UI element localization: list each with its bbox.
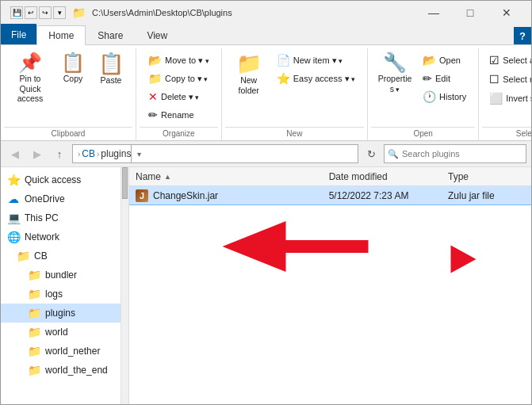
sidebar-world-end-label: world_the_end: [45, 365, 108, 376]
close-button[interactable]: ✕: [488, 1, 525, 25]
col-header-date[interactable]: Date modified: [323, 167, 442, 185]
back-button[interactable]: ◀: [6, 144, 25, 163]
open-button[interactable]: 📂 Open: [419, 52, 470, 69]
new-item-icon: 📄: [277, 54, 290, 67]
sidebar-item-this-pc[interactable]: 💻 This PC: [1, 208, 121, 227]
pin-quick-access-button[interactable]: 📌 Pin to Quick access: [7, 50, 53, 107]
file-date: 5/12/2022 7:23 AM: [329, 190, 409, 201]
this-pc-icon: 💻: [7, 212, 20, 224]
easy-access-button[interactable]: ⭐ Easy access ▾: [273, 70, 359, 87]
sidebar-item-cb[interactable]: 📁 CB: [1, 246, 121, 266]
edit-button[interactable]: ✏ Edit: [419, 70, 470, 87]
redo-btn[interactable]: ↪: [39, 6, 52, 19]
sidebar-item-world-the-end[interactable]: 📁 world_the_end: [1, 361, 121, 380]
title-bar: 💾 ↩ ↪ ▾ 📁 C:\Users\Admin\Desktop\CB\plug…: [1, 1, 531, 25]
organize-label: Organize: [140, 127, 218, 140]
select-label: Select: [482, 127, 532, 140]
world-icon: 📁: [28, 326, 40, 338]
maximize-button[interactable]: □: [452, 1, 488, 25]
copy-to-button[interactable]: 📁 Copy to ▾: [144, 70, 213, 87]
address-bar[interactable]: › CB › plugins ▾: [72, 144, 358, 163]
sidebar-scrollbar[interactable]: [121, 167, 128, 405]
copy-to-icon: 📁: [148, 72, 162, 85]
address-chevron[interactable]: ▾: [131, 144, 147, 163]
history-icon: 🕐: [423, 90, 436, 103]
open-label: Open: [371, 127, 475, 140]
paste-button[interactable]: 📋 Paste: [93, 50, 129, 94]
file-list-content: J ChangeSkin.jar 5/12/2022 7:23 AM Zulu …: [129, 186, 531, 205]
new-sm-group: 📄 New item ▾ ⭐ Easy access ▾: [271, 50, 361, 89]
sidebar-item-world[interactable]: 📁 world: [1, 323, 121, 342]
title-bar-left: 💾 ↩ ↪ ▾ 📁 C:\Users\Admin\Desktop\CB\plug…: [7, 6, 232, 19]
tab-share[interactable]: Share: [86, 25, 135, 44]
delete-label: Delete ▾: [161, 92, 199, 102]
breadcrumb-cb[interactable]: CB: [82, 148, 95, 159]
bundler-icon: 📁: [28, 269, 40, 281]
minimize-button[interactable]: —: [415, 1, 452, 25]
forward-button[interactable]: ▶: [28, 144, 47, 163]
select-all-button[interactable]: ☑ Select all: [485, 52, 532, 69]
sidebar-item-network[interactable]: 🌐 Network: [1, 227, 121, 246]
up-button[interactable]: ↑: [50, 144, 69, 163]
quick-access-icon: ⭐: [7, 174, 20, 186]
col-header-name[interactable]: Name ▲: [129, 167, 323, 185]
breadcrumb-separator-1: ›: [97, 150, 99, 159]
tab-file[interactable]: File: [1, 24, 36, 44]
select-group: ☑ Select all ☐ Select none ⬜ Invert sele…: [479, 48, 532, 140]
sidebar-item-onedrive[interactable]: ☁ OneDrive: [1, 189, 121, 208]
arrow-overlay: [129, 202, 531, 329]
save-btn[interactable]: 💾: [10, 6, 23, 19]
sidebar-quick-access-label: Quick access: [25, 174, 81, 185]
col-header-type[interactable]: Type: [442, 167, 531, 185]
new-folder-button[interactable]: 📁 New folder: [228, 50, 270, 98]
dropdown-btn[interactable]: ▾: [53, 6, 66, 19]
invert-selection-button[interactable]: ⬜ Invert selection: [485, 90, 532, 107]
pin-icon: 📌: [18, 53, 42, 72]
search-box[interactable]: 🔍: [384, 144, 526, 163]
cb-folder-icon: 📁: [17, 250, 29, 262]
paste-label: Paste: [101, 75, 122, 86]
sidebar-world-label: world: [45, 327, 68, 338]
sidebar-item-logs[interactable]: 📁 logs: [1, 285, 121, 304]
rename-button[interactable]: ✏ Rename: [144, 106, 213, 124]
search-input[interactable]: [402, 149, 522, 159]
new-item-button[interactable]: 📄 New item ▾: [273, 52, 359, 69]
copy-to-label: Copy to ▾: [165, 74, 208, 84]
jar-file-icon: J: [136, 189, 148, 202]
tab-home[interactable]: Home: [36, 25, 86, 45]
sidebar-logs-label: logs: [45, 288, 63, 300]
delete-icon: ✕: [148, 90, 158, 103]
sidebar-this-pc-label: This PC: [25, 212, 59, 224]
refresh-button[interactable]: ↻: [362, 144, 381, 163]
move-to-button[interactable]: 📂 Move to ▾: [144, 52, 213, 69]
ribbon-tabs: File Home Share View ?: [1, 25, 531, 45]
properties-label: Properties: [377, 74, 413, 94]
svg-marker-0: [369, 245, 477, 273]
help-button[interactable]: ?: [514, 27, 531, 44]
breadcrumb: › CB › plugins: [78, 148, 131, 159]
table-row[interactable]: J ChangeSkin.jar 5/12/2022 7:23 AM Zulu …: [129, 186, 531, 205]
history-button[interactable]: 🕐 History: [419, 88, 470, 105]
sidebar-item-world-nether[interactable]: 📁 world_nether: [1, 342, 121, 361]
sidebar-item-quick-access[interactable]: ⭐ Quick access: [1, 170, 121, 189]
organize-content: 📂 Move to ▾ 📁 Copy to ▾ ✕ Delete ▾ ✏ Ren…: [140, 48, 218, 127]
select-none-button[interactable]: ☐ Select none: [485, 71, 532, 88]
sidebar-onedrive-label: OneDrive: [25, 193, 65, 204]
folder-icon: 📁: [72, 6, 86, 19]
new-label: New: [225, 127, 364, 140]
easy-access-label: Easy access ▾: [293, 74, 355, 84]
invert-icon: ⬜: [489, 92, 503, 105]
world-nether-icon: 📁: [28, 345, 40, 357]
undo-btn[interactable]: ↩: [25, 6, 37, 19]
main-area: ⭐ Quick access ☁ OneDrive 💻 This PC 🌐 Ne…: [1, 167, 531, 405]
tab-view[interactable]: View: [135, 25, 179, 44]
open-label: Open: [439, 55, 461, 65]
sidebar-cb-label: CB: [34, 250, 48, 262]
sidebar-item-plugins[interactable]: 📁 plugins: [1, 304, 121, 323]
title-path: C:\Users\Admin\Desktop\CB\plugins: [92, 8, 232, 17]
copy-label: Copy: [63, 74, 83, 84]
sidebar-item-bundler[interactable]: 📁 bundler: [1, 266, 121, 285]
copy-button[interactable]: 📋 Copy: [55, 50, 91, 94]
properties-button[interactable]: 🔧 Properties: [374, 50, 415, 97]
delete-button[interactable]: ✕ Delete ▾: [144, 88, 213, 105]
